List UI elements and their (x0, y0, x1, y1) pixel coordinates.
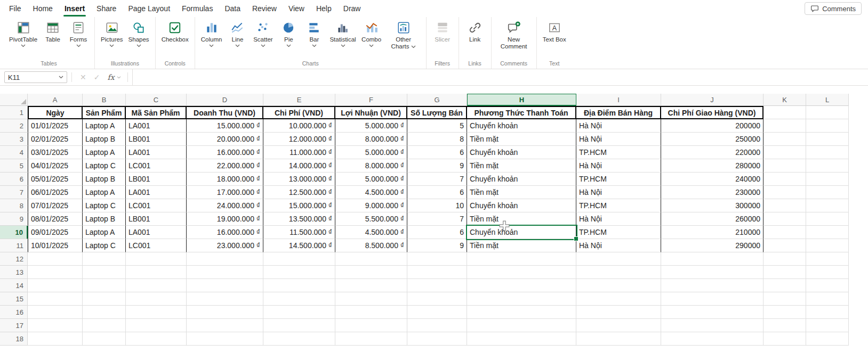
cell-I16[interactable] (576, 306, 661, 319)
cell-K10[interactable] (763, 226, 806, 239)
ribbon-button-column[interactable]: Column (199, 18, 224, 47)
cell-E5[interactable]: 14.000.000 ₫ (263, 159, 335, 173)
cell-H14[interactable] (467, 279, 576, 292)
cell-K7[interactable] (763, 186, 806, 199)
cell-D1[interactable]: Doanh Thu (VND) (187, 106, 263, 119)
cell-E7[interactable]: 12.500.000 ₫ (263, 186, 335, 199)
cell-K3[interactable] (763, 133, 806, 146)
row-header-15[interactable]: 15 (0, 292, 28, 306)
cell-J13[interactable] (661, 266, 763, 279)
cell-A13[interactable] (28, 266, 83, 279)
cell-G11[interactable]: 9 (407, 239, 467, 252)
cell-K13[interactable] (763, 266, 806, 279)
cell-C8[interactable]: LC001 (126, 199, 187, 212)
cell-I7[interactable]: Hà Nội (576, 186, 661, 199)
row-header-4[interactable]: 4 (0, 146, 28, 159)
ribbon-button-table[interactable]: Table (41, 18, 65, 43)
cell-H9[interactable]: Tiền mặt (467, 212, 576, 226)
ribbon-button-bar[interactable]: Bar (302, 18, 326, 47)
row-header-11[interactable]: 11 (0, 239, 28, 252)
cell-E9[interactable]: 13.500.000 ₫ (263, 212, 335, 226)
cell-H10[interactable]: Chuyển khoản (467, 226, 576, 239)
cell-L16[interactable] (806, 306, 849, 319)
cell-H13[interactable] (467, 266, 576, 279)
cell-D6[interactable]: 18.000.000 ₫ (187, 173, 263, 186)
cell-G6[interactable]: 7 (407, 173, 467, 186)
cell-A16[interactable] (28, 306, 83, 319)
cell-H11[interactable]: Tiền mặt (467, 239, 576, 252)
column-header-C[interactable]: C (126, 94, 187, 106)
cell-J14[interactable] (661, 279, 763, 292)
cell-L14[interactable] (806, 279, 849, 292)
cell-J10[interactable]: 210000 (661, 226, 763, 239)
cell-F12[interactable] (335, 252, 407, 266)
cell-E4[interactable]: 11.000.000 ₫ (263, 146, 335, 159)
cell-I14[interactable] (576, 279, 661, 292)
cell-E14[interactable] (263, 279, 335, 292)
ribbon-button-shapes[interactable]: Shapes (126, 18, 151, 47)
cell-J11[interactable]: 290000 (661, 239, 763, 252)
cell-H1[interactable]: Phương Thức Thanh Toán (467, 106, 576, 119)
comments-button[interactable]: Comments (805, 2, 862, 15)
cell-I8[interactable]: TP.HCM (576, 199, 661, 212)
cell-C3[interactable]: LB001 (126, 133, 187, 146)
cell-C18[interactable] (126, 332, 187, 346)
cell-A17[interactable] (28, 319, 83, 332)
cell-D10[interactable]: 16.000.000 ₫ (187, 226, 263, 239)
cell-A8[interactable]: 07/01/2025 (28, 199, 83, 212)
row-header-9[interactable]: 9 (0, 212, 28, 226)
cell-K1[interactable] (763, 106, 806, 119)
cell-I9[interactable]: Hà Nội (576, 212, 661, 226)
cell-E1[interactable]: Chi Phí (VND) (263, 106, 335, 119)
cell-K18[interactable] (763, 332, 806, 346)
cell-C5[interactable]: LC001 (126, 159, 187, 173)
cell-L2[interactable] (806, 119, 849, 133)
insert-function-button[interactable]: fx (103, 73, 123, 81)
cell-B9[interactable]: Laptop B (83, 212, 126, 226)
cell-D13[interactable] (187, 266, 263, 279)
cell-G5[interactable]: 9 (407, 159, 467, 173)
cell-J8[interactable]: 300000 (661, 199, 763, 212)
cell-G16[interactable] (407, 306, 467, 319)
cell-A9[interactable]: 08/01/2025 (28, 212, 83, 226)
menu-tab-share[interactable]: Share (91, 0, 122, 17)
cell-C13[interactable] (126, 266, 187, 279)
cell-A5[interactable]: 04/01/2025 (28, 159, 83, 173)
cell-D14[interactable] (187, 279, 263, 292)
cell-H5[interactable]: Tiền mặt (467, 159, 576, 173)
column-header-K[interactable]: K (763, 94, 806, 106)
column-header-J[interactable]: J (661, 94, 763, 106)
column-header-I[interactable]: I (576, 94, 661, 106)
row-header-6[interactable]: 6 (0, 173, 28, 186)
cell-F13[interactable] (335, 266, 407, 279)
cell-E6[interactable]: 13.000.000 ₫ (263, 173, 335, 186)
menu-tab-file[interactable]: File (3, 0, 27, 17)
cell-E16[interactable] (263, 306, 335, 319)
cell-F5[interactable]: 8.000.000 ₫ (335, 159, 407, 173)
ribbon-button-other-charts[interactable]: Other Charts (385, 18, 422, 50)
cell-D18[interactable] (187, 332, 263, 346)
cell-B13[interactable] (83, 266, 126, 279)
cell-L11[interactable] (806, 239, 849, 252)
cell-F16[interactable] (335, 306, 407, 319)
cell-F10[interactable]: 4.500.000 ₫ (335, 226, 407, 239)
cell-L9[interactable] (806, 212, 849, 226)
cell-C7[interactable]: LA001 (126, 186, 187, 199)
cell-F14[interactable] (335, 279, 407, 292)
cell-G8[interactable]: 10 (407, 199, 467, 212)
cell-B14[interactable] (83, 279, 126, 292)
cell-H2[interactable]: Chuyển khoản (467, 119, 576, 133)
cell-H15[interactable] (467, 292, 576, 306)
cell-I10[interactable]: TP.HCM (576, 226, 661, 239)
cell-F15[interactable] (335, 292, 407, 306)
cell-K8[interactable] (763, 199, 806, 212)
column-header-B[interactable]: B (83, 94, 126, 106)
cell-C1[interactable]: Mã Sản Phẩm (126, 106, 187, 119)
cell-J12[interactable] (661, 252, 763, 266)
cell-L6[interactable] (806, 173, 849, 186)
cell-C4[interactable]: LA001 (126, 146, 187, 159)
cell-J17[interactable] (661, 319, 763, 332)
row-header-3[interactable]: 3 (0, 133, 28, 146)
cell-I17[interactable] (576, 319, 661, 332)
column-header-L[interactable]: L (806, 94, 849, 106)
